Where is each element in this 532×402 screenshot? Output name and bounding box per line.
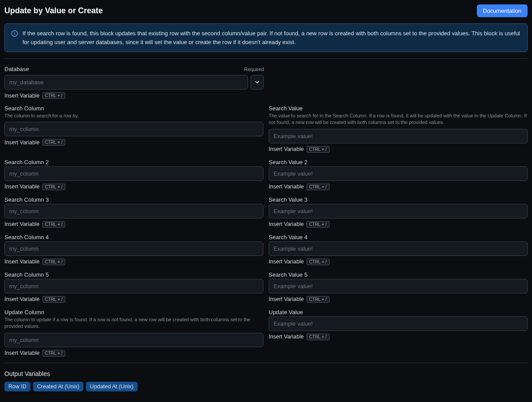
search-value-input[interactable]	[269, 129, 528, 143]
output-chip-created-at[interactable]: Created At (Unix)	[33, 382, 83, 391]
search-column-label: Search Column	[4, 105, 263, 112]
search-column-5-label: Search Column 5	[4, 271, 263, 278]
search-column-5-input[interactable]	[4, 279, 263, 293]
search-value-3-label: Search Value 3	[269, 196, 528, 203]
insert-variable-hint[interactable]: Insert Variable	[4, 184, 40, 190]
search-value-4-input[interactable]	[269, 241, 528, 256]
database-input[interactable]	[4, 75, 248, 90]
search-column-2-input[interactable]	[4, 166, 263, 181]
search-value-5-label: Search Value 5	[269, 271, 528, 278]
search-column-3-input[interactable]	[4, 204, 263, 218]
insert-variable-hint[interactable]: Insert Variable	[4, 259, 40, 265]
documentation-button[interactable]: Documentation	[477, 4, 528, 17]
insert-variable-hint[interactable]: Insert Variable	[269, 296, 304, 302]
kbd-shortcut: CTRL + /	[42, 259, 65, 265]
insert-variable-hint[interactable]: Insert Variable	[4, 296, 40, 302]
svg-point-2	[15, 32, 15, 32]
kbd-shortcut: CTRL + /	[42, 350, 65, 357]
insert-variable-hint[interactable]: Insert Variable	[4, 93, 40, 99]
kbd-shortcut: CTRL + /	[307, 259, 330, 265]
search-column-input[interactable]	[4, 122, 263, 136]
search-value-5-input[interactable]	[269, 279, 528, 293]
info-banner-text: If the search row is found, this block u…	[22, 29, 521, 46]
caret-down-icon	[255, 79, 259, 86]
kbd-shortcut: CTRL + /	[42, 221, 65, 228]
insert-variable-hint[interactable]: Insert Variable	[269, 146, 304, 152]
divider	[4, 363, 528, 363]
insert-variable-hint[interactable]: Insert Variable	[4, 139, 40, 146]
kbd-shortcut: CTRL + /	[307, 184, 330, 190]
database-label: Database	[4, 66, 29, 72]
update-value-label: Update Value	[269, 309, 528, 316]
kbd-shortcut: CTRL + /	[42, 139, 65, 146]
search-column-3-label: Search Column 3	[4, 196, 263, 203]
kbd-shortcut: CTRL + /	[42, 184, 65, 190]
update-column-label: Update Column	[4, 309, 263, 316]
search-value-2-label: Search Value 2	[269, 159, 528, 165]
update-column-input[interactable]	[4, 333, 263, 347]
info-icon	[11, 30, 18, 40]
required-tag: Required	[244, 67, 264, 72]
search-column-4-input[interactable]	[4, 241, 263, 256]
insert-variable-hint[interactable]: Insert Variable	[269, 221, 304, 227]
search-value-2-input[interactable]	[269, 166, 528, 181]
update-column-help: The column to update if a row is found. …	[4, 316, 263, 330]
kbd-shortcut: CTRL + /	[307, 146, 330, 153]
update-value-input[interactable]	[269, 316, 528, 331]
info-banner: If the search row is found, this block u…	[4, 23, 528, 52]
insert-variable-hint[interactable]: Insert Variable	[4, 221, 40, 227]
search-value-label: Search Value	[269, 105, 528, 112]
kbd-shortcut: CTRL + /	[307, 221, 330, 228]
page-title: Update by Value or Create	[4, 6, 103, 15]
insert-variable-hint[interactable]: Insert Variable	[4, 350, 40, 356]
search-value-4-label: Search Value 4	[269, 234, 528, 240]
search-column-help: The column to search for a row by.	[4, 113, 263, 119]
kbd-shortcut: CTRL + /	[307, 296, 330, 303]
kbd-shortcut: CTRL + /	[42, 296, 65, 303]
output-chip-row-id[interactable]: Row ID	[4, 382, 30, 391]
kbd-shortcut: CTRL + /	[307, 334, 330, 340]
output-variables-title: Output Variables	[4, 370, 528, 377]
search-column-2-label: Search Column 2	[4, 159, 263, 165]
search-value-help: The value to search for in the Search Co…	[269, 113, 528, 126]
output-chip-updated-at[interactable]: Updated At (Unix)	[86, 382, 138, 391]
search-value-3-input[interactable]	[269, 204, 528, 218]
kbd-shortcut: CTRL + /	[42, 92, 65, 99]
insert-variable-hint[interactable]: Insert Variable	[269, 259, 304, 265]
insert-variable-hint[interactable]: Insert Variable	[269, 334, 304, 340]
search-column-4-label: Search Column 4	[4, 234, 263, 240]
database-dropdown-button[interactable]	[251, 75, 264, 90]
output-chips: Row ID Created At (Unix) Updated At (Uni…	[4, 382, 528, 391]
divider	[4, 58, 528, 59]
insert-variable-hint[interactable]: Insert Variable	[269, 184, 304, 190]
